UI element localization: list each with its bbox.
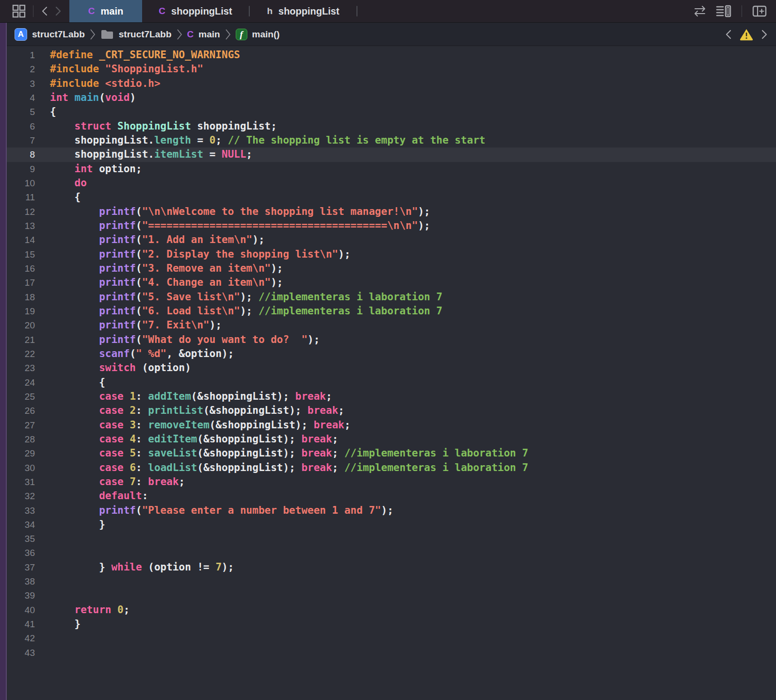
code-line[interactable]: 29 case 5: saveList(&shoppingList); brea…	[7, 446, 776, 460]
code-line[interactable]: 7 shoppingList.length = 0; // The shoppi…	[7, 133, 776, 147]
code-line[interactable]: 35	[7, 532, 776, 546]
code-line[interactable]: 2#include "ShoppingList.h"	[7, 62, 776, 76]
code-line[interactable]: 42	[7, 631, 776, 645]
line-number[interactable]: 38	[7, 574, 38, 588]
line-number[interactable]: 27	[7, 418, 38, 432]
breadcrumb-folder[interactable]: struct7Labb	[100, 29, 172, 40]
tab-shoppinglist-c[interactable]: C shoppingList	[142, 0, 249, 22]
line-number[interactable]: 23	[7, 361, 38, 375]
code-line[interactable]: 23 switch (option)	[7, 361, 776, 375]
code-line[interactable]: 19 printf("6. Load list\n"); //implement…	[7, 304, 776, 318]
code-line[interactable]: 41 }	[7, 617, 776, 631]
split-editor-icon[interactable]	[752, 5, 767, 17]
line-number[interactable]: 11	[7, 190, 38, 204]
code-line[interactable]: 32 default:	[7, 489, 776, 503]
code-line[interactable]: 37 } while (option != 7);	[7, 560, 776, 574]
line-number[interactable]: 15	[7, 247, 38, 261]
line-number[interactable]: 13	[7, 219, 38, 233]
line-number[interactable]: 35	[7, 532, 38, 546]
code-line[interactable]: 17 printf("4. Change an item\n");	[7, 276, 776, 290]
breadcrumb-file-main[interactable]: C main	[187, 29, 220, 40]
line-number[interactable]: 5	[7, 105, 38, 119]
code-line[interactable]: 1#define _CRT_SECURE_NO_WARNINGS	[7, 48, 776, 62]
line-number[interactable]: 21	[7, 333, 38, 347]
tab-shoppinglist-h[interactable]: h shoppingList	[250, 0, 356, 22]
line-number[interactable]: 37	[7, 560, 38, 574]
line-number[interactable]: 36	[7, 546, 38, 560]
code-line[interactable]: 39	[7, 588, 776, 602]
code-line[interactable]: 22 scanf(" %d", &option);	[7, 347, 776, 361]
line-number[interactable]: 32	[7, 489, 38, 503]
breadcrumb-function-main[interactable]: f main()	[236, 29, 280, 40]
line-number[interactable]: 34	[7, 518, 38, 532]
code-line[interactable]: 30 case 6: loadList(&shoppingList); brea…	[7, 461, 776, 475]
line-number[interactable]: 7	[7, 133, 38, 147]
code-line[interactable]: 43	[7, 646, 776, 660]
code-line[interactable]: 38	[7, 574, 776, 588]
code-line[interactable]: 28 case 4: editItem(&shoppingList); brea…	[7, 432, 776, 446]
line-number[interactable]: 2	[7, 62, 38, 76]
code-line[interactable]: 24 {	[7, 375, 776, 390]
code-line[interactable]: 25 case 1: addItem(&shoppingList); break…	[7, 390, 776, 404]
code-line[interactable]: 34 }	[7, 518, 776, 532]
code-line[interactable]: 40 return 0;	[7, 603, 776, 617]
line-number[interactable]: 40	[7, 603, 38, 617]
line-number[interactable]: 22	[7, 347, 38, 361]
line-number[interactable]: 9	[7, 162, 38, 176]
line-number[interactable]: 6	[7, 119, 38, 133]
line-number[interactable]: 4	[7, 91, 38, 105]
line-number[interactable]: 10	[7, 176, 38, 190]
code-line[interactable]: 13 printf("=============================…	[7, 219, 776, 233]
line-number[interactable]: 42	[7, 631, 38, 645]
code-line[interactable]: 21 printf("What do you want to do? ");	[7, 333, 776, 347]
code-line[interactable]: 4int main(void)	[7, 91, 776, 105]
line-number[interactable]: 3	[7, 77, 38, 91]
code-line[interactable]: 9 int option;	[7, 162, 776, 176]
line-number[interactable]: 26	[7, 404, 38, 418]
line-number[interactable]: 24	[7, 375, 38, 390]
code-line[interactable]: 31 case 7: break;	[7, 475, 776, 489]
line-number[interactable]: 17	[7, 276, 38, 290]
line-number[interactable]: 18	[7, 290, 38, 304]
code-line[interactable]: 16 printf("3. Remove an item\n");	[7, 261, 776, 276]
code-line[interactable]: 15 printf("2. Display the shopping list\…	[7, 247, 776, 261]
line-number[interactable]: 12	[7, 205, 38, 219]
line-number[interactable]: 31	[7, 475, 38, 489]
line-number[interactable]: 28	[7, 432, 38, 446]
code-line[interactable]: 36	[7, 546, 776, 560]
code-line[interactable]: 10 do	[7, 176, 776, 190]
line-number[interactable]: 29	[7, 446, 38, 460]
warning-badge-icon[interactable]	[739, 28, 754, 41]
back-chevron-icon[interactable]	[40, 6, 49, 16]
code-line[interactable]: 14 printf("1. Add an item\n");	[7, 233, 776, 247]
breadcrumb-project[interactable]: A struct7Labb	[15, 28, 85, 41]
line-number[interactable]: 43	[7, 646, 38, 660]
forward-chevron-icon[interactable]	[54, 6, 63, 16]
code-line[interactable]: 5{	[7, 105, 776, 119]
line-number[interactable]: 16	[7, 261, 38, 276]
line-number[interactable]: 8	[7, 147, 38, 162]
related-items-grid-icon[interactable]	[12, 4, 26, 18]
swap-arrows-icon[interactable]	[692, 5, 708, 17]
line-number[interactable]: 25	[7, 390, 38, 404]
code-line[interactable]: 3#include <stdio.h>	[7, 77, 776, 91]
line-number[interactable]: 39	[7, 588, 38, 602]
code-line[interactable]: 18 printf("5. Save list\n"); //implement…	[7, 290, 776, 304]
line-number[interactable]: 41	[7, 617, 38, 631]
code-line[interactable]: 20 printf("7. Exit\n");	[7, 318, 776, 332]
line-number[interactable]: 33	[7, 504, 38, 518]
code-line[interactable]: 11 {	[7, 190, 776, 204]
line-number[interactable]: 19	[7, 304, 38, 318]
code-line[interactable]: 27 case 3: removeItem(&shoppingList); br…	[7, 418, 776, 432]
previous-issue-chevron-icon[interactable]	[725, 30, 732, 39]
line-number[interactable]: 14	[7, 233, 38, 247]
tab-main-c[interactable]: C main	[69, 0, 142, 22]
minimap-icon[interactable]	[715, 4, 732, 18]
code-line[interactable]: 8 shoppingList.itemList = NULL;	[7, 147, 776, 162]
code-line[interactable]: 26 case 2: printList(&shoppingList); bre…	[7, 404, 776, 418]
code-line[interactable]: 12 printf("\n\nWelcome to the shopping l…	[7, 205, 776, 219]
code-line[interactable]: 33 printf("Please enter a number between…	[7, 504, 776, 518]
line-number[interactable]: 20	[7, 318, 38, 332]
next-issue-chevron-icon[interactable]	[760, 30, 768, 39]
line-number[interactable]: 1	[7, 48, 38, 62]
